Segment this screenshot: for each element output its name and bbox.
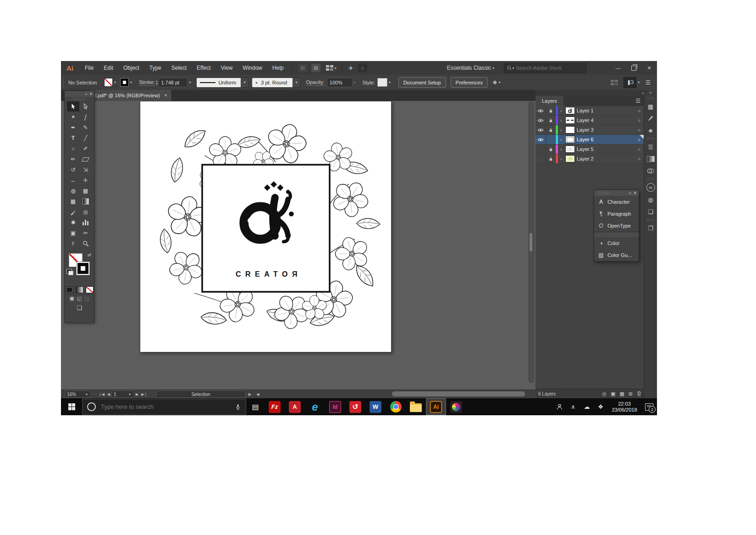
document-layout-icon[interactable]: ❚Ɔ (624, 77, 636, 88)
onedrive-cloud-icon[interactable]: ☁ (580, 398, 594, 415)
target-circle-icon[interactable]: ○ (634, 156, 644, 162)
drag-handle[interactable] (646, 137, 655, 140)
rotate-tool[interactable]: ↺ (67, 165, 79, 175)
shape-builder-tool[interactable]: ◍ (67, 186, 79, 196)
layer-name[interactable]: Layer 1 (577, 108, 634, 113)
taskbar-app-indesign[interactable]: Id (325, 398, 345, 415)
draw-behind-icon[interactable]: ◱ (77, 295, 82, 301)
minimize-button[interactable]: — (610, 61, 626, 75)
brushes-panel-icon[interactable] (644, 112, 657, 124)
lock-toggle[interactable] (546, 135, 556, 144)
graphic-styles-panel-icon[interactable]: ❏ (644, 206, 657, 217)
ellipse-tool[interactable]: ○ (67, 144, 79, 154)
blend-tool[interactable]: ◎ (79, 207, 92, 217)
drag-handle[interactable] (72, 98, 86, 100)
visibility-toggle[interactable] (535, 125, 546, 134)
start-button[interactable] (61, 398, 82, 415)
chevron-down-icon[interactable]: ▾ (638, 80, 640, 84)
screen-mode-icon[interactable]: ❑ (77, 304, 82, 311)
arrange-documents-icon[interactable] (611, 80, 618, 85)
expand-arrow-icon[interactable]: › (558, 145, 564, 154)
visibility-toggle[interactable] (535, 145, 546, 154)
stock-search-input[interactable] (515, 65, 576, 71)
draw-inside-icon[interactable]: ◲ (84, 295, 89, 301)
lock-toggle[interactable] (546, 145, 556, 154)
opacity-options-arrow[interactable]: › (354, 80, 355, 85)
swap-fill-stroke-icon[interactable]: ⇄ (88, 252, 91, 257)
cc-libraries-panel-icon[interactable]: ∞ (646, 183, 655, 192)
panel-button-paragraph[interactable]: ¶ Paragraph (594, 208, 639, 220)
tab-layers[interactable]: Layers (535, 96, 563, 106)
lock-toggle[interactable] (546, 116, 556, 125)
layer-name[interactable]: Layer 3 (577, 127, 634, 133)
locate-object-icon[interactable]: ◎ (602, 391, 607, 397)
vertical-scrollbar-thumb[interactable] (530, 233, 532, 251)
close-button[interactable]: ✕ (641, 61, 657, 75)
layer-row[interactable]: › Layer 3 ○ (535, 125, 644, 135)
expand-arrow-icon[interactable]: › (558, 135, 564, 144)
task-view-icon[interactable]: ▤ (246, 398, 265, 415)
direct-selection-tool[interactable] (79, 101, 92, 111)
adobe-stock-search[interactable]: ▾ (504, 63, 586, 73)
lock-toggle[interactable] (546, 106, 556, 115)
close-panel-icon[interactable]: ✕ (633, 191, 637, 195)
color-mode-button[interactable] (66, 286, 73, 293)
layer-name[interactable]: Layer 5 (577, 146, 634, 152)
drag-handle[interactable] (62, 78, 65, 88)
layer-thumbnail[interactable] (565, 126, 575, 134)
layer-row[interactable]: › Layer 2 ○ (535, 154, 644, 164)
chevron-down-icon[interactable]: ▾ (292, 78, 300, 88)
eyedropper-tool[interactable] (67, 207, 79, 217)
appearance-panel-icon[interactable]: ◍ (644, 194, 657, 206)
document-tab[interactable]: l.pdf* @ 16% (RGB/Preview) ✕ (91, 90, 172, 101)
curvature-tool[interactable]: ✎ (79, 123, 92, 133)
drag-handle[interactable] (594, 232, 639, 237)
gradient-tool[interactable] (79, 196, 92, 206)
panel-button-color-guide[interactable]: ▧ Color Gu... (594, 249, 639, 261)
bridge-icon[interactable]: Br (298, 64, 308, 72)
taskbar-search-input[interactable] (100, 403, 231, 411)
tab-close-icon[interactable]: ✕ (164, 93, 168, 98)
layer-thumbnail[interactable] (565, 155, 575, 162)
brush-definition[interactable]: • 3 pt. Round (252, 78, 292, 87)
layer-name[interactable]: Layer 4 (577, 117, 634, 123)
column-graph-tool[interactable] (79, 217, 92, 228)
taskbar-app-internet-explorer[interactable]: e (305, 398, 325, 415)
scale-tool[interactable]: ⇲ (79, 165, 92, 175)
menu-view[interactable]: View (216, 61, 238, 75)
chevron-down-icon[interactable]: ▾ (335, 66, 337, 70)
taskbar-app-file-explorer[interactable] (406, 398, 426, 415)
drag-handle[interactable] (598, 192, 610, 195)
preferences-button[interactable]: Preferences (451, 77, 488, 88)
expand-dock-icon[interactable]: « (649, 90, 651, 96)
target-circle-icon[interactable]: ○ (634, 137, 644, 142)
paintbrush-tool[interactable]: ✐ (79, 144, 92, 154)
width-tool[interactable]: ↔ (67, 175, 79, 185)
menu-type[interactable]: Type (144, 61, 166, 75)
symbol-sprayer-tool[interactable]: ✺ (67, 217, 79, 228)
type-tool[interactable]: T (67, 133, 79, 143)
swatches-panel-icon[interactable]: ▦ (644, 100, 657, 112)
adobe-stock-icon[interactable]: St (311, 64, 320, 72)
variable-width-profile[interactable]: Uniform (197, 78, 241, 87)
stepper-down-icon[interactable]: ▾ (156, 83, 158, 85)
lock-toggle[interactable] (546, 125, 556, 134)
chevron-down-icon[interactable]: ▾ (492, 66, 494, 70)
default-fill-stroke-icon[interactable] (66, 269, 72, 274)
draw-normal-icon[interactable]: ▣ (69, 295, 74, 301)
opacity-panel-link[interactable]: Opacity: (306, 79, 324, 86)
style-swatch[interactable] (377, 78, 387, 87)
artboards-panel-icon[interactable]: ❐ (644, 222, 657, 234)
slice-tool[interactable]: ✂ (79, 228, 92, 238)
magic-wand-tool[interactable]: ✶ (67, 112, 79, 122)
visibility-toggle[interactable] (535, 106, 546, 115)
taskbar-search[interactable] (82, 399, 246, 415)
drag-handle[interactable] (646, 218, 655, 221)
target-circle-icon[interactable]: ○ (634, 128, 644, 133)
stroke-panel-link[interactable]: Stroke: (139, 79, 155, 86)
new-layer-icon[interactable]: ⊞ (629, 391, 633, 397)
target-circle-icon[interactable]: ○ (634, 118, 644, 123)
menu-window[interactable]: Window (237, 61, 267, 75)
taskbar-app-chrome[interactable] (386, 398, 406, 415)
line-segment-tool[interactable]: ╱ (79, 133, 92, 143)
